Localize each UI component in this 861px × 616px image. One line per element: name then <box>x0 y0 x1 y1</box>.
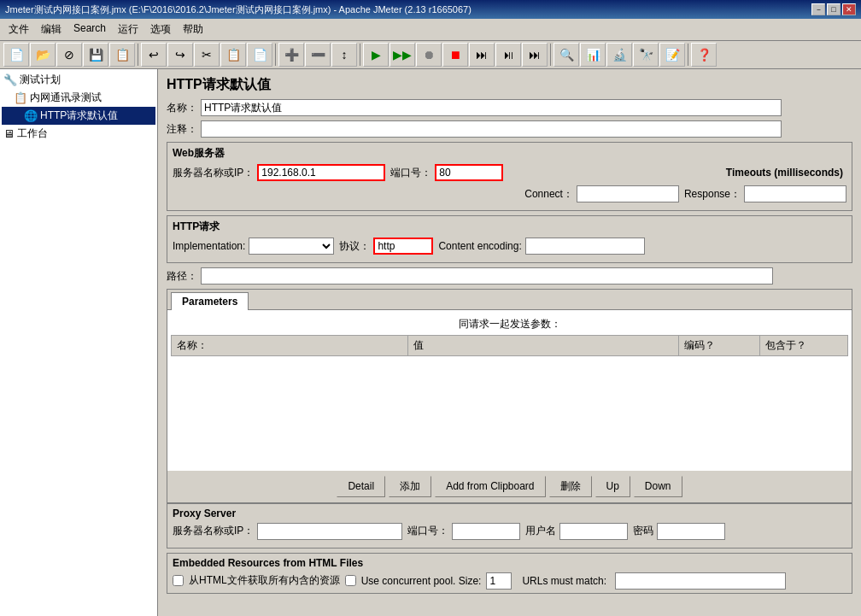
embedded-row: 从HTML文件获取所有内含的资源 Use concurrent pool. Si… <box>173 572 846 590</box>
proxy-password-input[interactable] <box>657 523 725 540</box>
embedded-checkbox[interactable] <box>173 575 184 586</box>
toolbar-stop[interactable]: ⏹ <box>442 43 468 67</box>
toolbar-expand[interactable]: ➕ <box>278 43 304 67</box>
server-input[interactable] <box>257 164 385 181</box>
sidebar-item-http-default[interactable]: 🌐 HTTP请求默认值 <box>2 107 155 125</box>
toolbar-paste[interactable]: 📄 <box>247 43 272 67</box>
col-encode: 编码？ <box>678 336 759 356</box>
close-button[interactable]: ✕ <box>842 3 856 15</box>
toolbar-remote-stop[interactable]: 🔭 <box>633 43 659 67</box>
port-input[interactable] <box>435 164 503 181</box>
menu-run[interactable]: 运行 <box>113 21 144 38</box>
toolbar-sep-2 <box>275 44 276 66</box>
encoding-label: Content encoding: <box>438 240 521 252</box>
url-match-input[interactable] <box>615 572 786 590</box>
port-label: 端口号： <box>390 166 431 180</box>
comment-row: 注释： <box>167 120 852 138</box>
path-label: 路径： <box>167 269 197 284</box>
menu-options[interactable]: 选项 <box>145 21 176 38</box>
minimize-button[interactable]: － <box>811 3 825 15</box>
tab-parameters[interactable]: Parameters <box>171 292 249 310</box>
down-button[interactable]: Down <box>634 476 682 497</box>
main-layout: 🔧 测试计划 📋 内网通讯录测试 🌐 HTTP请求默认值 🖥 工作台 HTTP请… <box>0 69 861 616</box>
http-row: Implementation: HttpClient3.1 HttpClient… <box>173 238 846 255</box>
toolbar: 📄 📂 ⊘ 💾 📋 ↩ ↪ ✂ 📋 📄 ➕ ➖ ↕ ▶ ▶▶ ⏺ ⏹ ⏭ ⏯ ⏭… <box>0 41 861 69</box>
toolbar-start-nopauses[interactable]: ▶▶ <box>390 43 415 67</box>
menu-help[interactable]: 帮助 <box>178 21 208 38</box>
timeouts-label: Timeouts (milliseconds) <box>726 167 843 179</box>
comment-input[interactable] <box>201 120 782 138</box>
add-button[interactable]: 添加 <box>389 476 431 497</box>
sidebar-label-http-default: HTTP请求默认值 <box>40 109 118 123</box>
toolbar-undo[interactable]: ↩ <box>141 43 167 67</box>
protocol-input[interactable] <box>373 238 433 255</box>
toolbar-report[interactable]: 📊 <box>580 43 606 67</box>
form-panel: HTTP请求默认值 名称： 注释： Web服务器 服务器名称或IP： 端口号： <box>158 69 861 601</box>
toolbar-sep-4 <box>550 44 551 66</box>
sidebar: 🔧 测试计划 📋 内网通讯录测试 🌐 HTTP请求默认值 🖥 工作台 <box>0 69 158 616</box>
implementation-select[interactable]: HttpClient3.1 HttpClient4 Java <box>249 238 334 255</box>
web-server-section: Web服务器 服务器名称或IP： 端口号： Timeouts (millisec… <box>167 142 852 211</box>
embedded-title: Embedded Resources from HTML Files <box>173 557 846 569</box>
toolbar-shutdown[interactable]: ⏭ <box>469 43 495 67</box>
params-tabs: Parameters <box>167 290 852 310</box>
sidebar-label-test-plan: 测试计划 <box>20 73 61 87</box>
toolbar-open[interactable]: 📂 <box>30 43 56 67</box>
maximize-button[interactable]: □ <box>827 3 840 15</box>
toolbar-sep-3 <box>360 44 360 66</box>
menu-search[interactable]: Search <box>68 21 111 38</box>
encoding-input[interactable] <box>525 238 645 255</box>
params-table: 名称： 值 编码？ 包含于？ <box>171 335 848 467</box>
toolbar-help[interactable]: ❓ <box>691 43 717 67</box>
server-row: 服务器名称或IP： 端口号： Timeouts (milliseconds) <box>173 164 846 181</box>
response-input[interactable] <box>744 185 846 202</box>
embedded-section: Embedded Resources from HTML Files 从HTML… <box>167 553 852 594</box>
toolbar-cut[interactable]: ✂ <box>194 43 220 67</box>
menu-edit[interactable]: 编辑 <box>36 21 67 38</box>
content-area: HTTP请求默认值 名称： 注释： Web服务器 服务器名称或IP： 端口号： <box>158 69 861 616</box>
path-input[interactable] <box>201 267 773 285</box>
proxy-port-input[interactable] <box>452 523 520 540</box>
comment-label: 注释： <box>167 122 197 137</box>
toolbar-clearall[interactable]: ⏭ <box>522 43 548 67</box>
name-input[interactable] <box>201 99 782 116</box>
parameters-section: Parameters 同请求一起发送参数： 名称： 值 编码？ 包含于？ <box>167 289 852 503</box>
toolbar-remote-start[interactable]: 🔬 <box>606 43 632 67</box>
sidebar-label-network-record: 内网通讯录测试 <box>30 91 102 105</box>
toolbar-sep-5 <box>688 44 688 66</box>
proxy-username-input[interactable] <box>559 523 628 540</box>
toolbar-start[interactable]: ▶ <box>363 43 389 67</box>
proxy-row: 服务器名称或IP： 端口号： 用户名 密码 <box>173 523 846 540</box>
toolbar-close[interactable]: ⊘ <box>56 43 82 67</box>
concurrent-size-input[interactable] <box>486 572 512 590</box>
proxy-server-input[interactable] <box>257 523 402 540</box>
toolbar-record[interactable]: ⏺ <box>416 43 442 67</box>
toolbar-search[interactable]: 🔍 <box>554 43 579 67</box>
toolbar-clear[interactable]: ⏯ <box>495 43 521 67</box>
add-from-clipboard-button[interactable]: Add from Clipboard <box>435 476 545 497</box>
delete-button[interactable]: 删除 <box>549 476 592 497</box>
sidebar-item-workbench[interactable]: 🖥 工作台 <box>2 125 155 143</box>
toolbar-save[interactable]: 💾 <box>83 43 108 67</box>
toolbar-saveas[interactable]: 📋 <box>109 43 135 67</box>
toolbar-toggle[interactable]: ↕ <box>331 43 357 67</box>
toolbar-remote-startall[interactable]: 📝 <box>659 43 685 67</box>
col-value: 值 <box>408 336 679 356</box>
path-row: 路径： <box>167 267 852 285</box>
concurrent-checkbox[interactable] <box>345 575 356 586</box>
sidebar-item-network-record[interactable]: 📋 内网通讯录测试 <box>2 89 155 107</box>
sidebar-label-workbench: 工作台 <box>17 126 48 141</box>
toolbar-collapse[interactable]: ➖ <box>305 43 331 67</box>
params-buttons: Detail 添加 Add from Clipboard 删除 Up Down <box>167 471 852 502</box>
toolbar-new[interactable]: 📄 <box>3 43 29 67</box>
sidebar-item-test-plan[interactable]: 🔧 测试计划 <box>2 71 155 89</box>
connect-input[interactable] <box>577 185 679 202</box>
name-label: 名称： <box>167 101 197 115</box>
up-button[interactable]: Up <box>595 476 630 497</box>
detail-button[interactable]: Detail <box>337 476 385 497</box>
http-section-title: HTTP请求 <box>173 220 846 234</box>
params-title: 同请求一起发送参数： <box>171 314 848 335</box>
toolbar-copy[interactable]: 📋 <box>220 43 246 67</box>
toolbar-redo[interactable]: ↪ <box>167 43 193 67</box>
menu-file[interactable]: 文件 <box>3 21 34 38</box>
